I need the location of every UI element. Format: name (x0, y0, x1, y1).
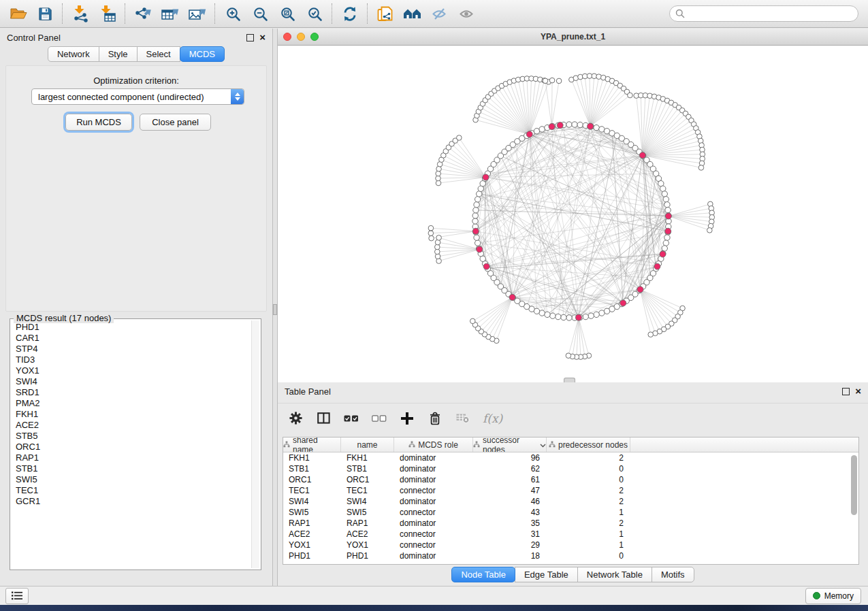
tab-select[interactable]: Select (137, 46, 180, 62)
panel-divider[interactable] (272, 29, 278, 586)
table-row-STB1[interactable]: STB1STB1dominator620 (283, 463, 858, 474)
tab-motifs[interactable]: Motifs (652, 567, 694, 582)
zoom-out-icon[interactable] (246, 2, 274, 25)
hub-node[interactable] (526, 131, 532, 137)
mcds-result-item[interactable]: ACE2 (16, 420, 251, 431)
show-columns-icon[interactable] (315, 410, 332, 427)
mcds-result-item[interactable]: YOX1 (16, 365, 251, 376)
duplicate-network-icon[interactable] (372, 2, 399, 25)
table-row-RAP1[interactable]: RAP1RAP1dominator352 (283, 518, 858, 529)
table-row-ACE2[interactable]: ACE2ACE2connector311 (283, 529, 858, 540)
hub-node[interactable] (639, 152, 645, 159)
show-all-icon[interactable] (453, 2, 481, 25)
mcds-result-item[interactable]: SWI5 (16, 474, 251, 485)
tab-mcds[interactable]: MCDS (180, 46, 225, 62)
hub-node[interactable] (575, 314, 581, 320)
table-scrollbar-thumb[interactable] (851, 455, 857, 515)
hub-node[interactable] (637, 286, 643, 293)
column-header-name[interactable]: name (341, 437, 394, 452)
column-header-mcds-role[interactable]: MCDS role (394, 437, 473, 452)
export-network-icon[interactable] (129, 2, 157, 25)
sort-chevron-icon[interactable] (540, 440, 546, 450)
tab-network-table[interactable]: Network Table (577, 567, 652, 582)
mcds-result-item[interactable]: PMA2 (16, 398, 251, 409)
mcds-result-item[interactable]: PHD1 (16, 322, 251, 333)
mcds-result-item[interactable]: STB1 (16, 463, 251, 474)
canvas-divider-handle[interactable] (564, 378, 575, 382)
zoom-selected-icon[interactable] (301, 2, 328, 25)
import-table-icon[interactable] (94, 2, 121, 25)
hub-node[interactable] (483, 174, 489, 180)
mcds-result-item[interactable]: SWI4 (16, 376, 251, 387)
mcds-result-item[interactable]: CAR1 (16, 333, 251, 344)
zoom-fit-icon[interactable] (274, 2, 301, 25)
column-header-shared-name[interactable]: shared name (283, 437, 341, 452)
hub-node[interactable] (557, 122, 563, 129)
import-network-icon[interactable] (67, 2, 94, 25)
divider-handle[interactable] (273, 304, 277, 315)
hub-node[interactable] (665, 213, 671, 219)
select-all-icon[interactable] (343, 410, 359, 427)
mcds-result-item[interactable]: FKH1 (16, 409, 251, 420)
mcds-result-item[interactable]: STP4 (16, 344, 251, 354)
mcds-result-item[interactable]: TID3 (16, 354, 251, 365)
float-window-icon[interactable] (246, 34, 254, 42)
table-row-YOX1[interactable]: YOX1YOX1connector291 (283, 540, 858, 550)
node-table[interactable]: shared namenameMCDS rolesuccessor nodesp… (283, 437, 859, 565)
float-window-icon[interactable] (842, 388, 850, 395)
refresh-view-icon[interactable] (336, 2, 364, 25)
mcds-list-scrollbar[interactable] (251, 320, 259, 568)
close-panel-icon[interactable]: × (259, 34, 266, 41)
mcds-result-item[interactable]: STB5 (16, 431, 251, 442)
close-panel-icon[interactable]: × (855, 388, 861, 395)
table-row-SWI4[interactable]: SWI4SWI4dominator462 (283, 496, 858, 507)
table-row-PHD1[interactable]: PHD1PHD1dominator180 (283, 550, 858, 561)
hide-selected-icon[interactable] (426, 2, 453, 25)
save-session-icon[interactable] (31, 2, 59, 25)
tab-style[interactable]: Style (99, 46, 138, 62)
first-neighbors-icon[interactable] (399, 2, 426, 25)
export-table-icon[interactable] (157, 2, 184, 25)
search-input[interactable] (669, 5, 858, 22)
table-row-TEC1[interactable]: TEC1TEC1connector472 (283, 485, 858, 496)
hub-node[interactable] (472, 228, 479, 234)
mcds-result-item[interactable]: SRD1 (16, 387, 251, 398)
open-file-icon[interactable] (4, 2, 31, 25)
hub-node[interactable] (660, 251, 666, 257)
task-history-button[interactable] (5, 588, 29, 604)
hub-node[interactable] (483, 263, 489, 269)
mcds-result-item[interactable]: RAP1 (16, 452, 251, 463)
tab-network[interactable]: Network (48, 46, 99, 62)
deselect-all-icon[interactable] (371, 410, 387, 427)
column-header-successor-nodes[interactable]: successor nodes (473, 437, 547, 452)
table-row-FKH1[interactable]: FKH1FKH1dominator962 (283, 452, 858, 463)
mcds-result-item[interactable]: TEC1 (16, 485, 251, 496)
table-row-ORC1[interactable]: ORC1ORC1dominator610 (283, 474, 858, 485)
hub-node[interactable] (549, 124, 555, 130)
mcds-result-item[interactable]: GCR1 (16, 496, 251, 507)
network-graph[interactable] (278, 46, 868, 382)
column-header-predecessor-nodes[interactable]: predecessor nodes (547, 437, 630, 452)
add-column-icon[interactable] (399, 410, 415, 427)
dropdown-stepper-icon (231, 89, 244, 104)
network-window-titlebar[interactable]: YPA_prune.txt_1 (278, 29, 868, 46)
network-canvas[interactable] (278, 46, 868, 382)
hub-node[interactable] (665, 228, 671, 234)
table-row-SWI5[interactable]: SWI5SWI5connector431 (283, 507, 858, 518)
tab-node-table[interactable]: Node Table (451, 567, 515, 582)
criterion-dropdown[interactable]: largest connected component (undirected) (31, 88, 244, 105)
mcds-result-item[interactable]: ORC1 (16, 442, 251, 452)
hub-node[interactable] (620, 300, 626, 306)
hub-node[interactable] (588, 123, 594, 129)
zoom-in-icon[interactable] (219, 2, 246, 25)
hub-node[interactable] (654, 263, 660, 269)
memory-button[interactable]: Memory (805, 588, 861, 604)
close-panel-button[interactable]: Close panel (140, 114, 211, 131)
export-image-icon[interactable] (184, 2, 211, 25)
delete-column-icon[interactable] (427, 410, 443, 427)
table-settings-gear-icon[interactable] (287, 410, 304, 427)
run-mcds-button[interactable]: Run MCDS (65, 114, 132, 131)
tab-edge-table[interactable]: Edge Table (515, 567, 578, 582)
hub-node[interactable] (477, 246, 483, 252)
hub-node[interactable] (509, 294, 515, 300)
